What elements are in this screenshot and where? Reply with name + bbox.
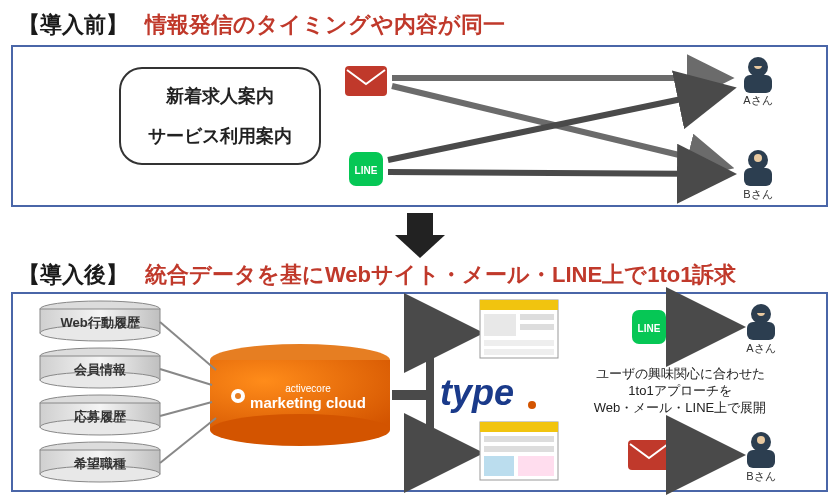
source-line1: 新着求人案内 xyxy=(165,86,274,106)
after-heading: 統合データを基にWebサイト・メール・LINE上で1to1訴求 xyxy=(144,262,737,287)
svg-rect-6 xyxy=(752,61,764,66)
line-icon: LINE xyxy=(632,310,666,344)
svg-text:応募履歴: 応募履歴 xyxy=(73,409,127,424)
mail-icon xyxy=(345,66,387,96)
db-desired-job: 希望職種 xyxy=(40,442,160,482)
marketing-cloud-cylinder: activecore marketing cloud xyxy=(210,344,390,446)
svg-rect-36 xyxy=(480,300,558,310)
svg-rect-39 xyxy=(520,324,554,330)
svg-rect-44 xyxy=(484,436,554,442)
svg-point-8 xyxy=(754,154,762,162)
svg-rect-47 xyxy=(518,456,554,476)
db-member-info: 会員情報 xyxy=(40,348,160,388)
website-thumb-bottom xyxy=(480,422,558,480)
svg-text:LINE: LINE xyxy=(355,165,378,176)
svg-rect-46 xyxy=(484,456,514,476)
svg-rect-9 xyxy=(744,168,772,186)
svg-rect-38 xyxy=(520,314,554,320)
person-a-label: Aさん xyxy=(743,94,772,106)
person-b-label: Bさん xyxy=(743,188,772,200)
caption-line2: 1to1アプローチを xyxy=(628,383,731,398)
svg-text:会員情報: 会員情報 xyxy=(73,362,127,377)
before-heading: 情報発信のタイミングや内容が同一 xyxy=(143,12,505,37)
website-thumb-top xyxy=(480,300,558,358)
svg-point-34 xyxy=(528,401,536,409)
arrow-line-to-b xyxy=(388,172,725,174)
svg-point-31 xyxy=(235,393,241,399)
before-label: 【導入前】 xyxy=(18,12,128,37)
down-arrow-icon xyxy=(395,213,445,258)
svg-point-29 xyxy=(210,414,390,446)
svg-rect-53 xyxy=(747,322,775,340)
svg-rect-45 xyxy=(484,446,554,452)
svg-rect-57 xyxy=(747,450,775,468)
svg-text:activecore: activecore xyxy=(285,383,331,394)
after-label: 【導入後】 xyxy=(18,262,128,287)
type-logo: type xyxy=(440,372,514,413)
person-b-label: Bさん xyxy=(746,470,775,482)
svg-point-56 xyxy=(757,436,765,444)
caption-line1: ユーザの興味関心に合わせた xyxy=(596,366,765,381)
svg-rect-41 xyxy=(484,349,554,355)
svg-text:LINE: LINE xyxy=(638,323,661,334)
mail-icon xyxy=(628,440,670,470)
svg-rect-0 xyxy=(345,66,387,96)
svg-text:Web行動履歴: Web行動履歴 xyxy=(60,315,140,330)
svg-rect-37 xyxy=(484,314,516,336)
caption-line3: Web・メール・LINE上で展開 xyxy=(594,400,766,415)
source-box xyxy=(120,68,320,164)
svg-rect-5 xyxy=(744,75,772,93)
svg-text:希望職種: 希望職種 xyxy=(73,456,126,471)
svg-rect-54 xyxy=(755,308,767,313)
svg-rect-40 xyxy=(484,340,554,346)
line-icon: LINE xyxy=(349,152,383,186)
svg-rect-43 xyxy=(480,422,558,432)
svg-text:marketing cloud: marketing cloud xyxy=(250,394,366,411)
db-web-history: Web行動履歴 xyxy=(40,301,160,341)
svg-rect-10 xyxy=(407,213,433,235)
db-apply-history: 応募履歴 xyxy=(40,395,160,435)
svg-rect-50 xyxy=(628,440,670,470)
source-line2: サービス利用案内 xyxy=(148,126,292,146)
person-a-label: Aさん xyxy=(746,342,775,354)
